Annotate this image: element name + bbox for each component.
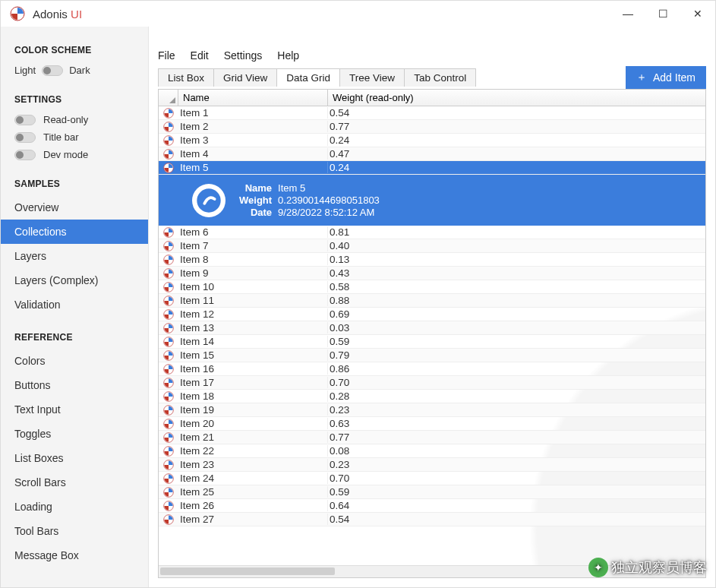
sidebar-item-buttons[interactable]: Buttons [1, 373, 148, 397]
table-row[interactable]: Item 10.54 [159, 106, 705, 120]
menu-file[interactable]: File [158, 49, 175, 62]
table-row[interactable]: Item 140.59 [159, 335, 705, 349]
color-scheme-toggle-row: Light Dark [1, 62, 148, 79]
sidebar-item-list-boxes[interactable]: List Boxes [1, 446, 148, 470]
column-header-weight[interactable]: Weight (read-only) [328, 90, 705, 106]
menu-settings[interactable]: Settings [224, 49, 263, 62]
setting-toggle-1[interactable] [14, 132, 36, 143]
data-grid[interactable]: Name Weight (read-only) Item 10.54Item 2… [158, 89, 706, 578]
titlebar[interactable]: Adonis UI — ☐ ✕ [1, 1, 715, 27]
table-row[interactable]: Item 220.08 [159, 444, 705, 458]
cell-weight: 0.03 [328, 322, 705, 334]
table-row[interactable]: Item 150.79 [159, 349, 705, 362]
table-row[interactable]: Item 30.24 [159, 134, 705, 147]
row-icon [159, 309, 178, 320]
settings-title: SETTINGS [1, 90, 148, 111]
table-row[interactable]: Item 190.23 [159, 403, 705, 417]
sidebar-item-toggles[interactable]: Toggles [1, 422, 148, 446]
row-icon [159, 163, 178, 173]
tab-tab-control[interactable]: Tab Control [405, 69, 475, 87]
row-icon [159, 446, 178, 457]
sidebar-item-overview[interactable]: Overview [1, 195, 148, 220]
row-icon [159, 268, 178, 279]
table-row[interactable]: Item 240.70 [159, 472, 705, 485]
sidebar-item-scroll-bars[interactable]: Scroll Bars [1, 470, 148, 495]
table-row[interactable]: Item 60.81 [159, 226, 705, 239]
table-row[interactable]: Item 170.70 [159, 376, 705, 390]
tab-data-grid[interactable]: Data Grid [277, 69, 340, 87]
row-icon [159, 419, 178, 429]
table-row[interactable]: Item 200.63 [159, 417, 705, 431]
table-row[interactable]: Item 250.59 [159, 485, 705, 499]
grid-body[interactable]: Item 10.54Item 20.77Item 30.24Item 40.47… [159, 106, 705, 565]
row-icon [159, 108, 178, 119]
table-row[interactable]: Item 160.86 [159, 362, 705, 376]
table-row[interactable]: Item 270.54 [159, 513, 705, 526]
row-icon [159, 241, 178, 251]
maximize-button[interactable]: ☐ [645, 1, 680, 27]
color-scheme-title: COLOR SCHEME [1, 40, 148, 62]
app-title: Adonis UI [33, 8, 82, 21]
tab-tree-view[interactable]: Tree View [340, 69, 405, 87]
table-row[interactable]: Item 100.58 [159, 280, 705, 294]
cell-name: Item 27 [178, 514, 328, 525]
plus-icon: ＋ [636, 71, 647, 84]
table-row[interactable]: Item 110.88 [159, 294, 705, 308]
cell-name: Item 16 [178, 363, 328, 375]
cell-weight: 0.59 [328, 336, 705, 347]
cell-name: Item 2 [178, 121, 328, 132]
setting-label: Title bar [43, 131, 78, 143]
app-window: Adonis UI — ☐ ✕ COLOR SCHEME Light Dark … [0, 0, 716, 588]
tab-grid-view[interactable]: Grid View [214, 69, 277, 87]
cell-weight: 0.54 [328, 514, 705, 525]
cell-weight: 0.81 [328, 226, 705, 238]
horizontal-scrollbar[interactable] [159, 565, 705, 577]
sidebar-item-loading[interactable]: Loading [1, 495, 148, 519]
cell-name: Item 15 [178, 349, 328, 361]
cell-name: Item 7 [178, 240, 328, 251]
sidebar-item-text-input[interactable]: Text Input [1, 397, 148, 422]
scheme-light-label: Light [14, 65, 36, 76]
sidebar-item-validation[interactable]: Validation [1, 292, 148, 317]
cell-name: Item 17 [178, 377, 328, 388]
sidebar-item-layers[interactable]: Layers [1, 244, 148, 268]
column-header-name[interactable]: Name [178, 90, 328, 106]
cell-name: Item 6 [178, 226, 328, 238]
row-detail-panel: NameItem 5Weight0.23900144698051803Date9… [159, 175, 705, 226]
add-item-label: Add Item [653, 71, 695, 84]
table-row[interactable]: Item 70.40 [159, 239, 705, 253]
cell-weight: 0.24 [328, 162, 705, 173]
sidebar-item-layers-complex-[interactable]: Layers (Complex) [1, 268, 148, 292]
table-row[interactable]: Item 120.69 [159, 308, 705, 321]
table-row[interactable]: Item 50.24 [159, 161, 705, 175]
sidebar-item-message-box[interactable]: Message Box [1, 543, 148, 567]
row-icon [159, 227, 178, 238]
table-row[interactable]: Item 260.64 [159, 499, 705, 513]
menu-help[interactable]: Help [277, 49, 299, 62]
sidebar-item-colors[interactable]: Colors [1, 349, 148, 373]
row-icon [159, 149, 178, 160]
color-scheme-toggle[interactable] [42, 65, 63, 76]
sidebar-item-tool-bars[interactable]: Tool Bars [1, 519, 148, 543]
select-all-handle[interactable] [159, 90, 178, 106]
sidebar-item-collections[interactable]: Collections [1, 220, 148, 244]
table-row[interactable]: Item 210.77 [159, 431, 705, 444]
table-row[interactable]: Item 20.77 [159, 120, 705, 134]
tab-list-box[interactable]: List Box [159, 69, 214, 87]
table-row[interactable]: Item 180.28 [159, 390, 705, 403]
reference-title: REFERENCE [1, 327, 148, 349]
close-button[interactable]: ✕ [680, 1, 715, 27]
detail-date-val: 9/28/2022 8:52:12 AM [278, 207, 380, 218]
cell-weight: 0.43 [328, 267, 705, 279]
add-item-button[interactable]: ＋ Add Item [626, 66, 706, 89]
setting-toggle-0[interactable] [14, 115, 36, 125]
minimize-button[interactable]: — [610, 1, 645, 27]
setting-toggle-2[interactable] [14, 150, 36, 160]
menu-edit[interactable]: Edit [191, 49, 209, 62]
cell-name: Item 10 [178, 281, 328, 292]
table-row[interactable]: Item 90.43 [159, 267, 705, 280]
table-row[interactable]: Item 40.47 [159, 147, 705, 161]
table-row[interactable]: Item 80.13 [159, 253, 705, 267]
table-row[interactable]: Item 230.23 [159, 458, 705, 472]
table-row[interactable]: Item 130.03 [159, 321, 705, 335]
